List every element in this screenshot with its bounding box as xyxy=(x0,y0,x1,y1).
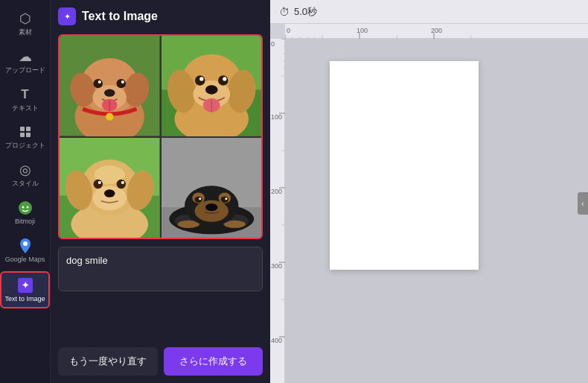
svg-text:0: 0 xyxy=(271,40,275,48)
sidebar-item-texttoimage[interactable]: ✦ Text to Image xyxy=(0,271,50,309)
texttoimage-icon: ✦ xyxy=(17,277,33,294)
svg-text:0: 0 xyxy=(287,27,290,34)
panel-header: ✦ Text to Image xyxy=(58,6,263,27)
sozai-icon: ⬡ xyxy=(17,10,33,27)
svg-point-17 xyxy=(94,79,103,88)
upload-icon: ☁ xyxy=(17,48,33,65)
ruler-horizontal: 0 100 200 xyxy=(285,24,588,39)
svg-point-20 xyxy=(121,80,124,83)
svg-text:200: 200 xyxy=(431,27,442,34)
svg-point-19 xyxy=(98,80,101,83)
svg-point-50 xyxy=(121,180,124,183)
svg-point-66 xyxy=(225,197,227,200)
retry-button[interactable]: もう一度やり直す xyxy=(58,347,158,376)
svg-point-18 xyxy=(117,79,126,88)
button-row: もう一度やり直す さらに作成する xyxy=(58,347,263,376)
ruler-vertical: 0 100 200 300 400 xyxy=(270,39,285,383)
svg-point-63 xyxy=(194,196,202,202)
sidebar-label-project: プロジェクト xyxy=(5,142,45,150)
dog-image-2[interactable] xyxy=(162,36,262,136)
svg-point-67 xyxy=(205,203,217,210)
project-icon xyxy=(17,124,33,140)
bitmoji-icon xyxy=(17,200,33,216)
sidebar-item-style[interactable]: ◎ スタイル xyxy=(0,157,50,192)
panel-header-icon: ✦ xyxy=(58,7,76,25)
prompt-box[interactable]: dog smile xyxy=(58,247,263,291)
svg-point-4 xyxy=(19,201,32,215)
style-icon: ◎ xyxy=(17,162,33,178)
svg-point-7 xyxy=(23,241,28,246)
svg-point-49 xyxy=(98,180,101,183)
prompt-text: dog smile xyxy=(66,255,108,266)
svg-point-48 xyxy=(117,179,126,188)
svg-point-32 xyxy=(195,75,205,85)
svg-point-65 xyxy=(199,197,201,200)
image-grid-container xyxy=(58,34,263,239)
ruler-area: 0 100 200 0 100 xyxy=(270,24,588,383)
scroll-chevron[interactable]: ‹ xyxy=(578,192,588,215)
svg-text:✦: ✦ xyxy=(22,280,29,291)
image-grid xyxy=(60,36,261,238)
googlemaps-icon xyxy=(17,238,33,254)
panel-title: Text to Image xyxy=(82,10,158,23)
sidebar-label-texttoimage: Text to Image xyxy=(4,295,45,303)
svg-point-64 xyxy=(220,196,228,202)
svg-point-35 xyxy=(223,77,226,80)
svg-text:400: 400 xyxy=(271,337,282,344)
svg-point-47 xyxy=(94,179,103,188)
svg-rect-1 xyxy=(26,127,31,131)
timer-text: 5.0秒 xyxy=(294,5,317,19)
sidebar-label-text: テキスト xyxy=(12,104,39,113)
svg-point-51 xyxy=(104,189,115,197)
timer-icon: ⏱ xyxy=(279,6,290,18)
dog-image-4[interactable] xyxy=(162,138,262,238)
svg-text:300: 300 xyxy=(271,262,282,270)
dog-image-3[interactable] xyxy=(60,138,160,238)
sidebar-label-style: スタイル xyxy=(12,180,39,188)
canvas-top-bar: ⏱ 5.0秒 xyxy=(270,0,588,24)
svg-text:100: 100 xyxy=(271,113,282,121)
sidebar-label-bitmoji: Bitmoji xyxy=(15,218,35,226)
sidebar-item-project[interactable]: プロジェクト xyxy=(0,119,50,154)
svg-point-6 xyxy=(26,206,28,208)
dog-image-1[interactable] xyxy=(60,36,160,136)
canvas-area: ⏱ 5.0秒 0 100 200 xyxy=(270,0,588,383)
panel: ✦ Text to Image xyxy=(51,0,270,383)
sidebar-item-text[interactable]: T テキスト xyxy=(0,82,50,117)
white-canvas[interactable] xyxy=(330,61,479,270)
svg-rect-0 xyxy=(20,127,25,131)
svg-text:100: 100 xyxy=(357,27,368,34)
sidebar-item-sozai[interactable]: ⬡ 素材 xyxy=(0,6,50,41)
svg-rect-2 xyxy=(20,133,25,137)
more-button[interactable]: さらに作成する xyxy=(164,347,263,376)
svg-point-5 xyxy=(22,206,24,208)
sidebar-item-upload[interactable]: ☁ アップロード xyxy=(0,44,50,79)
svg-point-33 xyxy=(218,75,228,85)
sidebar-label-googlemaps: Google Maps xyxy=(5,256,45,264)
sidebar-item-bitmoji[interactable]: Bitmoji xyxy=(0,195,50,230)
svg-text:200: 200 xyxy=(271,188,282,195)
svg-text:✦: ✦ xyxy=(64,12,71,21)
svg-point-24 xyxy=(106,113,113,120)
svg-point-36 xyxy=(205,85,217,94)
sidebar: ⬡ 素材 ☁ アップロード T テキスト プロジェクト ◎ スタイル xyxy=(0,0,51,383)
svg-rect-3 xyxy=(26,133,31,137)
sidebar-label-sozai: 素材 xyxy=(19,28,32,37)
svg-point-46 xyxy=(92,186,127,210)
sidebar-item-googlemaps[interactable]: Google Maps xyxy=(0,233,50,268)
svg-point-21 xyxy=(104,89,115,96)
svg-point-34 xyxy=(199,77,203,80)
canvas-content xyxy=(285,39,588,383)
sidebar-label-upload: アップロード xyxy=(5,66,45,75)
text-icon: T xyxy=(17,86,33,103)
